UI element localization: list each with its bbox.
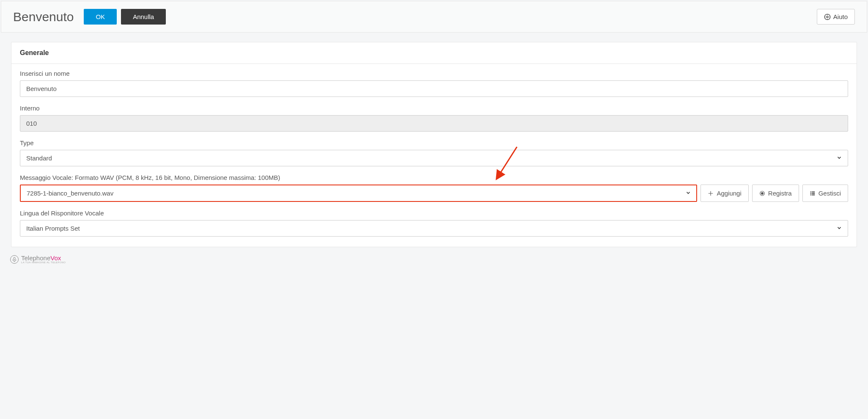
svg-rect-10 [810, 191, 811, 192]
record-button[interactable]: Registra [752, 185, 799, 202]
type-label: Type [20, 139, 848, 146]
ok-button[interactable]: OK [84, 9, 117, 25]
footer-logo: TelephoneVox LA TUA IMMAGINE AL TELEFONO [1, 251, 867, 269]
svg-point-9 [761, 192, 763, 194]
header-bar: Benvenuto OK Annulla Aiuto [1, 1, 867, 33]
add-label: Aggiungi [717, 190, 741, 197]
svg-rect-15 [812, 194, 815, 195]
lang-select[interactable]: Italian Prompts Set [20, 220, 848, 237]
svg-point-1 [827, 16, 828, 18]
name-label: Inserisci un nome [20, 70, 848, 77]
add-button[interactable]: Aggiungi [700, 185, 748, 202]
type-select[interactable]: Standard [20, 150, 848, 166]
manage-button[interactable]: Gestisci [802, 185, 848, 202]
help-label: Aiuto [833, 13, 848, 20]
svg-rect-13 [812, 193, 815, 193]
record-label: Registra [768, 190, 792, 197]
page-title: Benvenuto [13, 10, 74, 24]
help-icon [824, 14, 831, 20]
interno-input [20, 115, 848, 132]
svg-rect-14 [810, 194, 811, 195]
voice-label: Messaggio Vocale: Formato WAV (PCM, 8 kH… [20, 174, 848, 181]
plus-icon [708, 190, 714, 196]
svg-rect-11 [812, 191, 815, 192]
generale-card: Generale Inserisci un nome Interno Type [11, 42, 857, 247]
interno-label: Interno [20, 105, 848, 112]
card-header: Generale [11, 42, 857, 64]
microphone-icon [10, 255, 19, 264]
manage-label: Gestisci [819, 190, 841, 197]
brand-name: TelephoneVox [21, 255, 66, 261]
cancel-button[interactable]: Annulla [121, 9, 166, 25]
svg-rect-12 [810, 193, 811, 193]
list-icon [810, 190, 816, 196]
voice-file-select[interactable]: 7285-1-bianco_benvenuto.wav [20, 185, 697, 202]
svg-rect-16 [14, 257, 15, 260]
name-input[interactable] [20, 80, 848, 97]
help-button[interactable]: Aiuto [817, 9, 855, 25]
section-title: Generale [20, 49, 848, 57]
brand-tagline: LA TUA IMMAGINE AL TELEFONO [21, 261, 66, 264]
lang-label: Lingua del Risponitore Vocale [20, 210, 848, 217]
record-icon [759, 190, 765, 196]
